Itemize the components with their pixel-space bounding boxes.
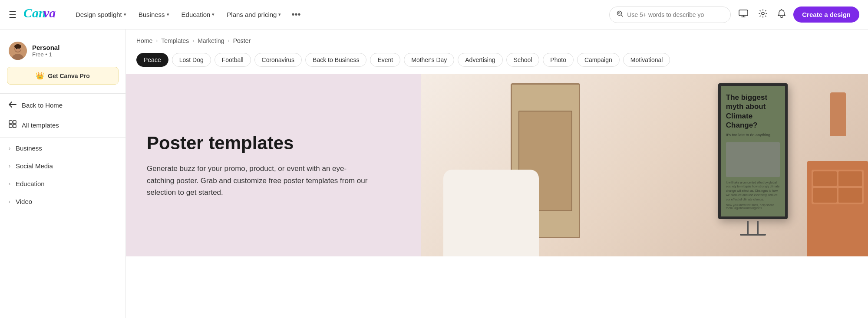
main-content: Home › Templates › Marketing › Poster Pe… <box>126 30 868 318</box>
poster-headline: The biggest myth about Climate Change? <box>726 93 780 130</box>
tag-motivational[interactable]: Motivational <box>623 53 670 67</box>
nav-right: Create a design <box>609 7 859 23</box>
sidebar-item-business[interactable]: › Business <box>0 139 125 157</box>
sidebar-divider-2 <box>0 137 125 138</box>
notifications-icon[interactable] <box>775 7 788 23</box>
room-chair <box>443 170 539 256</box>
nav-items: Design spotlight ▾ Business ▾ Education … <box>70 6 606 23</box>
nav-plans-pricing[interactable]: Plans and pricing ▾ <box>221 7 286 22</box>
tag-back-to-business[interactable]: Back to Business <box>305 53 366 67</box>
grid-icon <box>9 120 17 130</box>
hero-left: Poster templates Generate buzz for your … <box>126 74 421 256</box>
nav-education[interactable]: Education ▾ <box>176 7 220 22</box>
search-input[interactable] <box>627 11 723 18</box>
user-profile: Personal Free • 1 <box>0 36 125 67</box>
topnav: ☰ Can va Design spotlight ▾ Business ▾ E… <box>0 0 868 30</box>
sidebar-item-back-to-home[interactable]: Back to Home <box>0 95 125 115</box>
sidebar-divider <box>0 93 125 94</box>
breadcrumb-marketing[interactable]: Marketing <box>198 37 224 44</box>
sidebar-item-education[interactable]: › Education <box>0 175 125 193</box>
chevron-down-icon: ▾ <box>278 12 281 17</box>
poster-frame: The biggest myth about Climate Change? I… <box>718 83 788 219</box>
tag-campaign[interactable]: Campaign <box>577 53 620 67</box>
svg-point-10 <box>14 44 21 49</box>
sidebar-item-all-templates[interactable]: All templates <box>0 115 125 135</box>
hero-section: Poster templates Generate buzz for your … <box>126 74 868 256</box>
chevron-right-icon: › <box>9 145 10 151</box>
room-vase <box>830 92 846 136</box>
svg-rect-16 <box>13 125 16 128</box>
tag-school[interactable]: School <box>506 53 540 67</box>
sidebar: Personal Free • 1 👑 Get Canva Pro Back t… <box>0 30 126 318</box>
hero-title: Poster templates <box>147 132 400 154</box>
search-icon <box>617 10 624 19</box>
breadcrumb-templates[interactable]: Templates <box>161 37 189 44</box>
chevron-right-icon: › <box>9 199 10 205</box>
main-layout: Personal Free • 1 👑 Get Canva Pro Back t… <box>0 30 868 318</box>
breadcrumb-sep-3: › <box>228 38 230 44</box>
tag-lost-dog[interactable]: Lost Dog <box>172 53 211 67</box>
tag-coronavirus[interactable]: Coronavirus <box>254 53 302 67</box>
tag-football[interactable]: Football <box>215 53 251 67</box>
svg-point-11 <box>16 48 17 49</box>
nav-design-spotlight[interactable]: Design spotlight ▾ <box>70 7 132 22</box>
search-bar[interactable] <box>609 7 731 23</box>
chevron-down-icon: ▾ <box>212 12 215 17</box>
get-canva-pro-button[interactable]: 👑 Get Canva Pro <box>7 67 119 85</box>
breadcrumb-sep-2: › <box>192 38 194 44</box>
sidebar-item-video[interactable]: › Video <box>0 193 125 210</box>
nav-business[interactable]: Business ▾ <box>133 7 175 22</box>
poster-stand: The biggest myth about Climate Change? I… <box>718 83 788 236</box>
tag-advertising[interactable]: Advertising <box>458 53 502 67</box>
tag-mother's-day[interactable]: Mother's Day <box>404 53 454 67</box>
svg-rect-13 <box>9 121 12 124</box>
tag-bar: PeaceLost DogFootballCoronavirusBack to … <box>126 49 868 74</box>
settings-icon[interactable] <box>756 7 770 23</box>
svg-point-12 <box>19 48 20 49</box>
breadcrumb: Home › Templates › Marketing › Poster <box>126 30 868 49</box>
create-design-button[interactable]: Create a design <box>793 7 859 23</box>
svg-point-5 <box>762 12 764 15</box>
chevron-down-icon: ▾ <box>167 12 169 17</box>
tag-event[interactable]: Event <box>370 53 400 67</box>
display-icon[interactable] <box>736 7 751 22</box>
crown-icon: 👑 <box>36 72 44 80</box>
user-info: Personal Free • 1 <box>32 44 59 58</box>
breadcrumb-home[interactable]: Home <box>136 37 152 44</box>
poster-image-area <box>726 142 780 177</box>
chevron-right-icon: › <box>9 181 10 187</box>
room-cabinet <box>807 161 868 256</box>
avatar <box>9 42 27 60</box>
breadcrumb-current: Poster <box>233 37 251 44</box>
chevron-down-icon: ▾ <box>124 12 126 17</box>
chevron-right-icon: › <box>9 163 10 169</box>
user-name: Personal <box>32 44 59 51</box>
svg-point-3 <box>618 12 620 14</box>
tag-photo[interactable]: Photo <box>543 53 574 67</box>
more-options-icon[interactable]: ••• <box>288 6 304 23</box>
poster-subtext: It's too late to do anything. <box>726 132 780 138</box>
poster-footer-text: Now you know the facts, help share them.… <box>726 203 780 210</box>
canva-logo[interactable]: Can va <box>23 5 63 24</box>
poster-small-text: It will take a concerted effort by globa… <box>726 180 780 202</box>
poster-content: The biggest myth about Climate Change? I… <box>721 86 785 216</box>
svg-text:va: va <box>43 6 56 20</box>
svg-rect-4 <box>739 10 748 16</box>
svg-rect-15 <box>9 125 12 128</box>
poster-base <box>718 221 788 234</box>
arrow-left-icon <box>9 101 17 110</box>
user-plan: Free • 1 <box>32 51 59 58</box>
poster-foot-bar <box>740 234 766 236</box>
tag-peace[interactable]: Peace <box>136 53 168 67</box>
sidebar-item-social-media[interactable]: › Social Media <box>0 157 125 175</box>
room-scene: The biggest myth about Climate Change? I… <box>421 74 868 256</box>
hamburger-icon[interactable]: ☰ <box>9 10 17 20</box>
hero-description: Generate buzz for your promo, product, o… <box>147 163 373 198</box>
svg-rect-14 <box>13 121 16 124</box>
svg-text:Can: Can <box>23 6 46 20</box>
breadcrumb-sep-1: › <box>156 38 158 44</box>
hero-right: The biggest myth about Climate Change? I… <box>421 74 868 256</box>
